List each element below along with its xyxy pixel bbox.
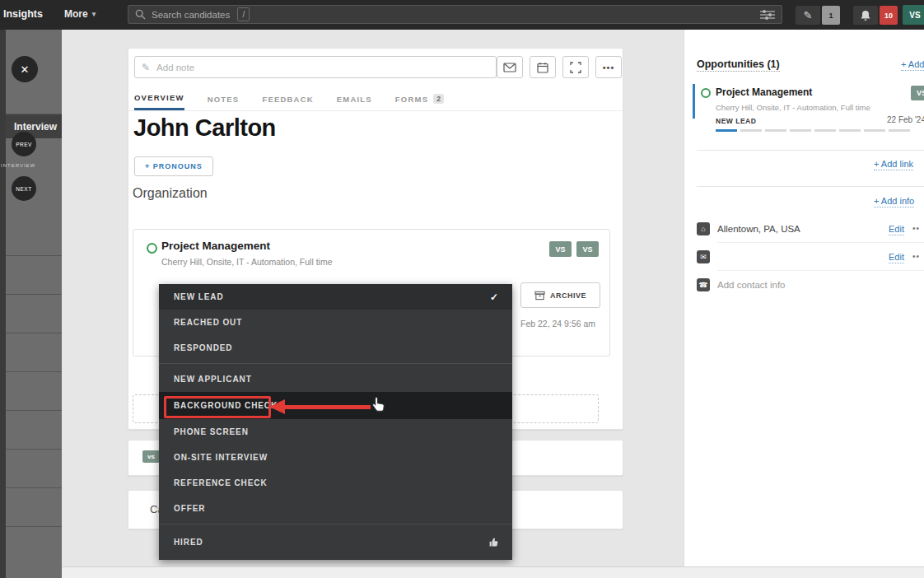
- menu-item-label: NEW LEAD: [174, 292, 224, 301]
- menu-item-reached-out[interactable]: REACHED OUT: [159, 310, 512, 335]
- notifications-button[interactable]: 10: [853, 6, 898, 25]
- notification-count-badge: 10: [880, 6, 898, 25]
- location-more-button[interactable]: ••: [912, 224, 920, 233]
- archive-box-icon: [534, 291, 545, 301]
- menu-item-label: ON-SITE INTERVIEW: [174, 453, 268, 462]
- user-avatar[interactable]: VS: [903, 5, 924, 25]
- next-label: NEXT: [16, 186, 31, 192]
- more-menu-button[interactable]: More ▾: [64, 8, 96, 20]
- archive-button[interactable]: ARCHIVE: [520, 282, 600, 308]
- tab-label: NOTES: [208, 95, 240, 104]
- email-icon: ✉: [697, 250, 710, 263]
- chevron-down-icon: ▾: [92, 10, 96, 18]
- add-opportunity-link[interactable]: + Add: [901, 59, 924, 71]
- tab-emails[interactable]: EMAILS: [337, 93, 372, 110]
- close-panel-button[interactable]: ✕: [12, 56, 38, 82]
- sidebar-divider: [6, 410, 62, 411]
- owner-badge[interactable]: VS: [576, 241, 599, 257]
- tab-feedback[interactable]: FEEDBACK: [262, 93, 313, 110]
- close-icon: ✕: [21, 63, 30, 76]
- interview-caption: INTERVIEW: [1, 163, 35, 168]
- tab-label: EMAILS: [337, 95, 372, 104]
- forms-count-badge: 2: [433, 94, 444, 104]
- active-status-icon: [147, 243, 157, 254]
- search-input[interactable]: Search candidates /: [128, 5, 782, 24]
- add-note-input[interactable]: [155, 62, 489, 73]
- menu-item-label: OFFER: [174, 504, 205, 513]
- menu-item-new-lead[interactable]: NEW LEAD ✓: [159, 284, 512, 310]
- tab-notes[interactable]: NOTES: [208, 93, 240, 110]
- menu-item-reference-check[interactable]: REFERENCE CHECK: [159, 470, 512, 496]
- progress-segment: [790, 129, 811, 132]
- menu-item-phone-screen[interactable]: PHONE SCREEN: [159, 419, 512, 445]
- progress-segment: [716, 129, 737, 132]
- brand-logo: Insights: [3, 8, 43, 20]
- schedule-button[interactable]: [530, 56, 556, 78]
- menu-item-on-site-interview[interactable]: ON-SITE INTERVIEW: [159, 445, 512, 470]
- owner-badge[interactable]: VS: [911, 86, 924, 100]
- add-info-link[interactable]: + Add info: [874, 196, 914, 207]
- crop-icon: [570, 62, 581, 73]
- edit-location-link[interactable]: Edit: [889, 224, 904, 235]
- annotation-highlight-rectangle: [164, 396, 271, 418]
- menu-item-offer[interactable]: OFFER: [159, 496, 512, 521]
- hand-cursor-icon: [371, 396, 385, 416]
- app-window: Insights More ▾ Search candidates / ✎ 1: [0, 0, 924, 578]
- filter-sliders-icon[interactable]: [760, 10, 775, 20]
- menu-divider: [159, 361, 512, 366]
- left-sidebar: ✕ Interview PREV INTERVIEW NEXT: [0, 30, 62, 578]
- sidebar-divider: [6, 333, 62, 333]
- location-icon: ⌂: [697, 222, 710, 235]
- add-note-field[interactable]: ✎: [134, 56, 497, 78]
- tab-label: FEEDBACK: [262, 95, 313, 104]
- sidebar-divider: [6, 487, 62, 488]
- stage-timestamp: Feb 22, 24 9:56 am: [520, 319, 595, 329]
- keyboard-shortcut-hint: /: [237, 7, 250, 21]
- more-actions-button[interactable]: •••: [595, 56, 622, 78]
- menu-item-new-applicant[interactable]: NEW APPLICANT: [159, 366, 512, 392]
- menu-item-label: HIRED: [174, 538, 203, 547]
- add-pronouns-button[interactable]: + PRONOUNS: [134, 156, 213, 176]
- sidebar-divider: [6, 294, 62, 295]
- archive-label: ARCHIVE: [550, 291, 586, 300]
- candidate-name: John Carlton: [133, 114, 276, 142]
- menu-item-label: PHONE SCREEN: [174, 427, 249, 436]
- menu-item-label: REACHED OUT: [174, 318, 242, 327]
- sidebar-divider: [6, 526, 62, 527]
- next-button[interactable]: NEXT: [12, 176, 36, 201]
- opportunity-title[interactable]: Project Management: [161, 240, 270, 252]
- panel-divider: [697, 186, 924, 187]
- search-placeholder: Search candidates: [152, 10, 230, 20]
- snapshot-button[interactable]: [562, 56, 589, 78]
- menu-item-hired[interactable]: HIRED: [159, 527, 512, 557]
- tab-overview[interactable]: OVERVIEW: [134, 93, 184, 110]
- email-more-button[interactable]: ••: [912, 252, 920, 261]
- panel-divider: [697, 150, 924, 151]
- edit-email-link[interactable]: Edit: [889, 252, 904, 263]
- thumbs-up-icon: [488, 537, 499, 548]
- edit-queue-button[interactable]: ✎ 1: [796, 6, 840, 25]
- menu-item-responded[interactable]: RESPONDED: [159, 335, 512, 361]
- stage-dropdown-menu: NEW LEAD ✓ REACHED OUT RESPONDED NEW APP…: [159, 284, 512, 560]
- mini-owner-badge[interactable]: vs: [142, 450, 160, 463]
- annotation-arrow-line: [284, 405, 371, 409]
- progress-segment: [889, 129, 910, 132]
- add-link-link[interactable]: + Add link: [874, 159, 913, 170]
- menu-divider: [159, 521, 512, 527]
- interview-label: Interview: [14, 121, 57, 133]
- profile-tabs: OVERVIEW NOTES FEEDBACK EMAILS FORMS 2: [134, 93, 444, 110]
- owner-badge[interactable]: VS: [549, 241, 572, 257]
- envelope-icon: [503, 63, 516, 72]
- email-button[interactable]: [497, 56, 523, 78]
- prev-button[interactable]: PREV: [12, 132, 36, 156]
- prev-label: PREV: [16, 142, 32, 147]
- opportunity-date: 22 Feb '24: [887, 115, 924, 124]
- opportunities-header: Opportunities (1): [697, 58, 780, 72]
- tab-forms[interactable]: FORMS 2: [395, 93, 444, 110]
- add-contact-info-link[interactable]: Add contact info: [717, 280, 785, 290]
- stage-label: NEW LEAD: [716, 117, 756, 125]
- ellipsis-icon: •••: [603, 63, 615, 72]
- menu-item-label: NEW APPLICANT: [174, 375, 252, 384]
- opportunity-title[interactable]: Project Management: [716, 86, 812, 98]
- sidebar-divider: [6, 371, 62, 372]
